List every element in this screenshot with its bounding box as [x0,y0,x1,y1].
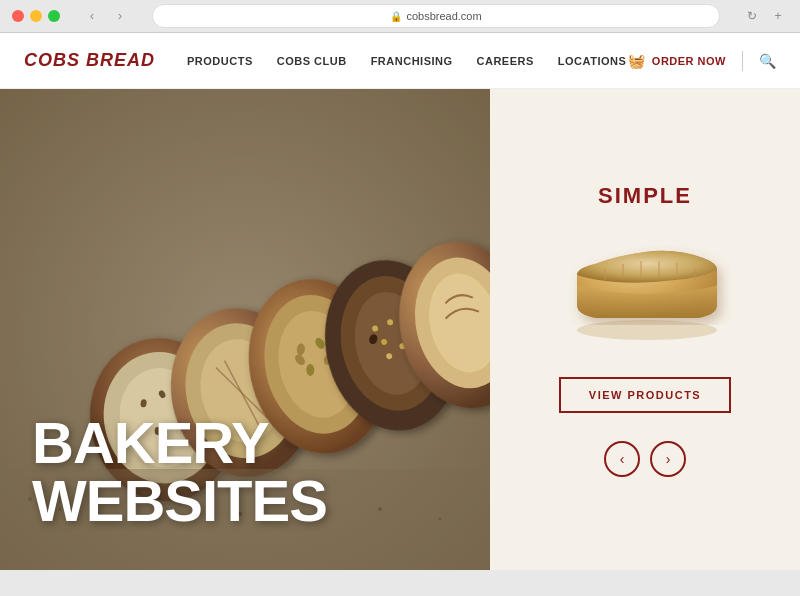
product-image [555,225,735,345]
back-button[interactable]: ‹ [82,6,102,26]
hero-title-line2: WEBSITES [32,472,327,530]
bread-loaf-svg [555,230,735,340]
refresh-button[interactable]: ↻ [742,6,762,26]
svg-point-44 [439,518,442,521]
browser-titlebar: ‹ › 🔒 cobsbread.com ↻ + [0,0,800,32]
product-panel: SIMPLE [490,89,800,570]
hero-panel: BAKERY WEBSITES [0,89,490,570]
nav-franchising[interactable]: FRANCHISING [371,55,453,67]
main-content: BAKERY WEBSITES SIMPLE [0,89,800,570]
svg-point-43 [378,507,382,511]
nav-careers[interactable]: CAREERS [477,55,534,67]
order-now-button[interactable]: 🧺 ORDER NOW [628,53,726,69]
nav-cobs-club[interactable]: COBS CLUB [277,55,347,67]
nav-links: PRODUCTS COBS CLUB FRANCHISING CAREERS L… [187,55,628,67]
browser-chrome: ‹ › 🔒 cobsbread.com ↻ + [0,0,800,33]
nav-divider [742,51,743,71]
hero-title-line1: BAKERY [32,414,327,472]
site-navigation: COBS BREAD PRODUCTS COBS CLUB FRANCHISIN… [0,33,800,89]
product-name: SIMPLE [598,183,692,209]
nav-locations[interactable]: LOCATIONS [558,55,626,67]
website: COBS BREAD PRODUCTS COBS CLUB FRANCHISIN… [0,33,800,570]
nav-right: 🧺 ORDER NOW 🔍 [628,51,776,71]
forward-button[interactable]: › [110,6,130,26]
traffic-light-red[interactable] [12,10,24,22]
traffic-light-yellow[interactable] [30,10,42,22]
carousel-prev-button[interactable]: ‹ [604,441,640,477]
url-text: cobsbread.com [406,10,481,22]
carousel-controls: ‹ › [604,441,686,477]
nav-products[interactable]: PRODUCTS [187,55,253,67]
carousel-next-button[interactable]: › [650,441,686,477]
hero-text: BAKERY WEBSITES [32,414,327,530]
traffic-light-green[interactable] [48,10,60,22]
site-logo[interactable]: COBS BREAD [24,50,155,71]
new-tab-button[interactable]: + [768,6,788,26]
view-products-button[interactable]: VIEW PRODUCTS [559,377,731,413]
svg-point-45 [577,320,717,340]
search-button[interactable]: 🔍 [759,53,776,69]
basket-icon: 🧺 [628,53,646,69]
order-now-label: ORDER NOW [652,55,726,67]
address-bar[interactable]: 🔒 cobsbread.com [152,4,720,28]
lock-icon: 🔒 [390,11,402,22]
browser-nav: ‹ › [82,6,130,26]
